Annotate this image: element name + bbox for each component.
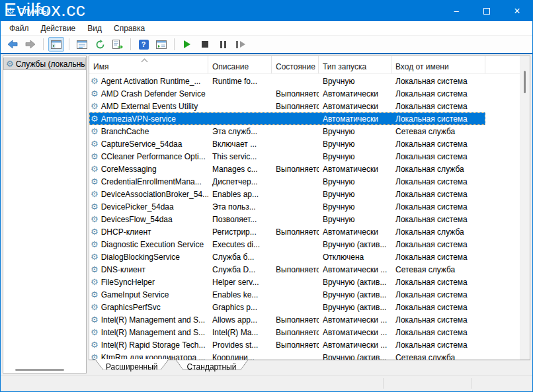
tree-horizontal-scrollbar[interactable] — [15, 369, 64, 371]
service-status: Выполняется — [272, 315, 319, 325]
table-row[interactable]: ⚙FileSyncHelper Helper serv... Вручную (… — [89, 276, 519, 288]
show-action-pane-icon[interactable] — [153, 37, 169, 52]
back-icon[interactable] — [5, 37, 20, 52]
table-row[interactable]: ⚙DevicePicker_54daa Эта польз... Вручную… — [89, 200, 519, 213]
table-row[interactable]: ⚙BranchCache Эта служб... Вручную Сетева… — [89, 125, 519, 137]
minimize-button[interactable]: – — [441, 1, 472, 21]
service-startup-type: Автоматически — [319, 114, 391, 124]
column-header-status[interactable]: Состояние — [272, 56, 319, 73]
column-header-startup-type[interactable]: Тип запуска — [319, 56, 391, 73]
service-gear-icon: ⚙ — [91, 189, 99, 199]
tab-extended[interactable]: Расширенный — [95, 360, 169, 373]
stop-service-icon[interactable] — [197, 37, 213, 52]
list-vertical-scrollbar[interactable] — [520, 56, 530, 360]
table-row[interactable]: ⚙Intel(R) Management and S... Intel(R) M… — [89, 326, 519, 338]
service-description: Служба D... — [208, 265, 272, 274]
maximize-button[interactable] — [472, 1, 502, 21]
service-startup-type: Вручную (актив... — [319, 353, 391, 360]
table-row[interactable]: ⚙DeviceAssociationBroker_54... Enables a… — [89, 188, 519, 200]
column-header-name[interactable]: Имя — [89, 56, 208, 73]
toolbar-separator — [130, 38, 131, 50]
table-row[interactable]: ⚙DialogBlockingService Служба б... Отклю… — [89, 251, 519, 263]
service-name: DeviceAssociationBroker_54... — [101, 190, 208, 199]
scrollbar-thumb[interactable] — [524, 71, 526, 93]
service-logon-as: Сетевая служба — [391, 353, 485, 360]
service-logon-as: Локальная служба — [391, 227, 485, 237]
service-name: AmneziaVPN-service — [101, 114, 176, 124]
service-logon-as: Локальная система — [391, 303, 485, 312]
service-startup-type: Вручную — [319, 177, 391, 186]
table-row[interactable]: ⚙CaptureService_54daa Включает ... Вручн… — [89, 137, 519, 150]
service-gear-icon: ⚙ — [91, 76, 99, 86]
table-row[interactable]: ⚙DHCP-клиент Регистрир... Выполняется Ав… — [89, 225, 519, 238]
table-row[interactable]: ⚙CoreMessaging Manages c... Выполняется … — [89, 163, 519, 175]
services-node-icon: ⚙ — [6, 59, 14, 69]
service-name: DevicesFlow_54daa — [101, 215, 173, 224]
table-row[interactable]: ⚙Intel(R) Rapid Storage Tech... Provides… — [89, 338, 519, 351]
service-logon-as: Сетевая служба — [391, 265, 485, 274]
service-startup-type: Вручную (актив... — [319, 303, 391, 312]
show-console-tree-icon[interactable] — [48, 37, 64, 52]
menu-view[interactable]: Вид — [81, 22, 108, 34]
service-startup-type: Вручную — [319, 202, 391, 212]
service-startup-type: Вручную — [319, 77, 391, 86]
help-icon[interactable]: ? — [136, 37, 151, 52]
service-description: Manages c... — [208, 165, 272, 174]
forward-icon[interactable] — [22, 37, 38, 52]
properties-icon[interactable] — [74, 37, 90, 52]
service-description: Регистрир... — [208, 227, 272, 237]
service-gear-icon: ⚙ — [91, 151, 99, 161]
menu-help[interactable]: Справка — [108, 22, 151, 34]
service-description: Runtime fo... — [208, 77, 272, 86]
start-service-icon[interactable] — [179, 37, 195, 52]
service-name: BranchCache — [101, 127, 149, 136]
service-gear-icon: ⚙ — [91, 302, 99, 312]
menu-file[interactable]: Файл — [3, 22, 35, 34]
service-description: Включает ... — [208, 139, 272, 149]
column-header-description[interactable]: Описание — [208, 56, 272, 73]
restart-service-icon[interactable] — [233, 37, 249, 52]
export-list-icon[interactable] — [110, 37, 126, 52]
service-gear-icon: ⚙ — [91, 89, 99, 98]
column-header-logon-as[interactable]: Вход от имени — [391, 56, 485, 73]
service-status: Выполняется — [272, 265, 319, 274]
service-logon-as: Локальная служба — [391, 165, 485, 174]
service-description: Служба б... — [208, 253, 272, 262]
service-name: Intel(R) Rapid Storage Tech... — [101, 340, 206, 350]
service-startup-type: Автоматически — [319, 165, 391, 174]
service-logon-as: Локальная система — [391, 315, 485, 325]
service-logon-as: Сетевая служба — [391, 127, 485, 136]
table-row[interactable]: ⚙DNS-клиент Служба D... Выполняется Авто… — [89, 263, 519, 276]
service-description: Координи... — [208, 353, 272, 360]
service-gear-icon: ⚙ — [91, 139, 99, 149]
table-row[interactable]: ⚙GraphicsPerfSvc Graphics p... Вручную (… — [89, 301, 519, 313]
service-name: Agent Activation Runtime_... — [101, 77, 201, 86]
menu-action[interactable]: Действие — [35, 22, 82, 34]
service-description: Эта служб... — [208, 127, 272, 136]
service-name: DevicePicker_54daa — [101, 202, 174, 212]
service-description: This servic... — [208, 152, 272, 161]
table-row[interactable]: ⚙DevicesFlow_54daa Позволяет... Вручную … — [89, 213, 519, 225]
table-row[interactable]: ⚙AMD Crash Defender Service Выполняется … — [89, 87, 519, 100]
table-row[interactable]: ⚙AMD External Events Utility Выполняется… — [89, 100, 519, 112]
service-startup-type: Автоматически ... — [319, 328, 391, 337]
refresh-icon[interactable] — [92, 37, 108, 52]
table-row[interactable]: ⚙GameInput Service Enables ke... Вручную… — [89, 288, 519, 301]
toolbar: ? — [1, 36, 532, 53]
service-gear-icon: ⚙ — [91, 202, 99, 212]
table-row[interactable]: ⚙AmneziaVPN-service Автоматически Локаль… — [89, 112, 485, 125]
service-startup-type: Вручную (актив... — [319, 278, 391, 287]
table-row[interactable]: ⚙Agent Activation Runtime_... Runtime fo… — [89, 75, 519, 87]
table-row[interactable]: ⚙Intel(R) Management and S... Allows app… — [89, 313, 519, 326]
service-logon-as: Локальная система — [391, 290, 485, 299]
sort-ascending-icon — [142, 58, 147, 63]
table-row[interactable]: ⚙CredentialEnrollmentMana... Диспетчер..… — [89, 175, 519, 188]
table-row[interactable]: ⚙CCleaner Performance Opti... This servi… — [89, 150, 519, 163]
pause-service-icon[interactable] — [215, 37, 231, 52]
tab-standard[interactable]: Стандартный — [176, 360, 248, 373]
table-row[interactable]: ⚙Diagnostic Execution Service Executes d… — [89, 238, 519, 251]
maximize-icon — [483, 8, 490, 15]
close-button[interactable]: × — [502, 1, 532, 21]
tree-item-services-local[interactable]: ⚙ Службы (локальны — [3, 58, 86, 70]
status-bar-separator — [383, 378, 384, 389]
